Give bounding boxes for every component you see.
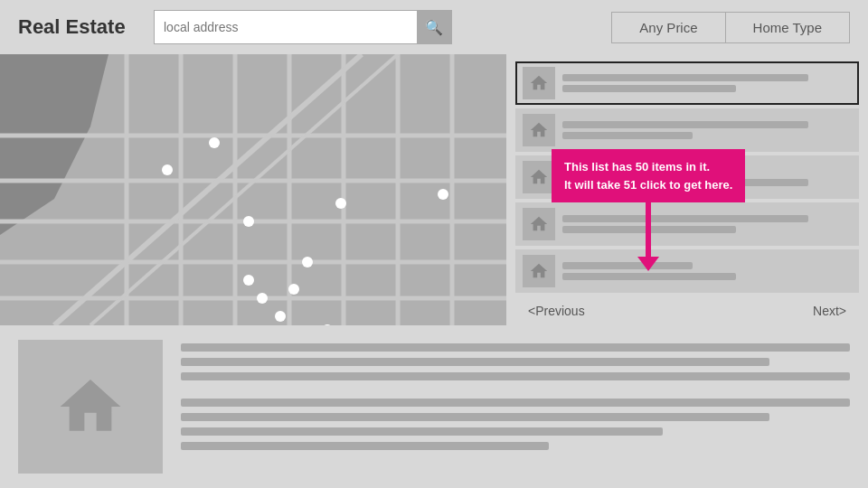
- svg-point-18: [162, 164, 173, 175]
- listing-line: [562, 121, 808, 128]
- home-icon: [529, 120, 549, 140]
- svg-point-27: [288, 284, 299, 295]
- listing-line: [562, 74, 808, 81]
- home-icon: [529, 214, 549, 234]
- svg-point-21: [302, 257, 313, 267]
- listing-thumbnail: [523, 161, 555, 193]
- detail-text-line: [181, 399, 850, 407]
- filter-group: Any Price Home Type: [611, 12, 850, 43]
- search-input[interactable]: [155, 11, 417, 43]
- detail-text-line: [181, 358, 769, 366]
- home-icon: [529, 73, 549, 93]
- tooltip-line2: It will take 51 click to get here.: [564, 178, 732, 192]
- next-button[interactable]: Next>: [806, 300, 854, 322]
- search-button[interactable]: 🔍: [417, 11, 451, 43]
- main-area: This list has 50 items in it. It will ta…: [0, 54, 868, 325]
- listing-thumbnail: [523, 255, 555, 287]
- detail-text-line: [181, 343, 850, 352]
- price-filter-button[interactable]: Any Price: [612, 13, 725, 42]
- detail-panel: [0, 325, 868, 488]
- listing-line: [562, 85, 736, 92]
- listing-item[interactable]: [515, 249, 859, 293]
- tooltip-line1: This list has 50 items in it.: [564, 160, 710, 174]
- listing-text: [562, 121, 852, 139]
- detail-text-line: [181, 413, 769, 421]
- map-svg: [0, 54, 506, 325]
- search-bar: 🔍: [154, 10, 452, 44]
- home-type-filter-button[interactable]: Home Type: [726, 13, 849, 42]
- listing-line: [562, 273, 736, 280]
- detail-text: [181, 340, 850, 474]
- svg-point-20: [243, 216, 254, 227]
- listing-line: [562, 132, 693, 139]
- listing-text: [562, 215, 852, 233]
- svg-point-24: [438, 189, 448, 200]
- detail-image: [18, 340, 163, 474]
- svg-point-26: [257, 293, 268, 304]
- listing-item[interactable]: [515, 202, 859, 246]
- svg-point-25: [243, 275, 254, 286]
- listing-line: [562, 262, 693, 269]
- listing-thumbnail: [523, 114, 555, 146]
- tooltip-arrow-head: [637, 257, 659, 271]
- pagination: <Previous Next>: [515, 296, 859, 325]
- listing-panel: This list has 50 items in it. It will ta…: [506, 54, 868, 325]
- app-title: Real Estate: [18, 15, 136, 39]
- svg-point-22: [275, 311, 286, 322]
- listing-item[interactable]: [515, 61, 859, 105]
- listing-item[interactable]: [515, 108, 859, 152]
- svg-point-17: [209, 137, 220, 148]
- detail-text-line: [181, 372, 850, 380]
- listing-thumbnail: [523, 67, 555, 99]
- listing-line: [562, 215, 808, 222]
- tooltip: This list has 50 items in it. It will ta…: [552, 149, 745, 202]
- home-icon: [529, 261, 549, 281]
- detail-text-line: [181, 427, 663, 436]
- detail-text-line: [181, 442, 549, 450]
- detail-home-icon: [54, 371, 127, 443]
- previous-button[interactable]: <Previous: [521, 300, 592, 322]
- listing-thumbnail: [523, 208, 555, 240]
- map-container[interactable]: [0, 54, 506, 325]
- header: Real Estate 🔍 Any Price Home Type: [0, 0, 868, 54]
- listing-text: [562, 262, 852, 280]
- svg-point-19: [335, 198, 346, 209]
- listing-text: [562, 74, 852, 92]
- home-icon: [529, 167, 549, 187]
- tooltip-arrow-line: [646, 193, 651, 266]
